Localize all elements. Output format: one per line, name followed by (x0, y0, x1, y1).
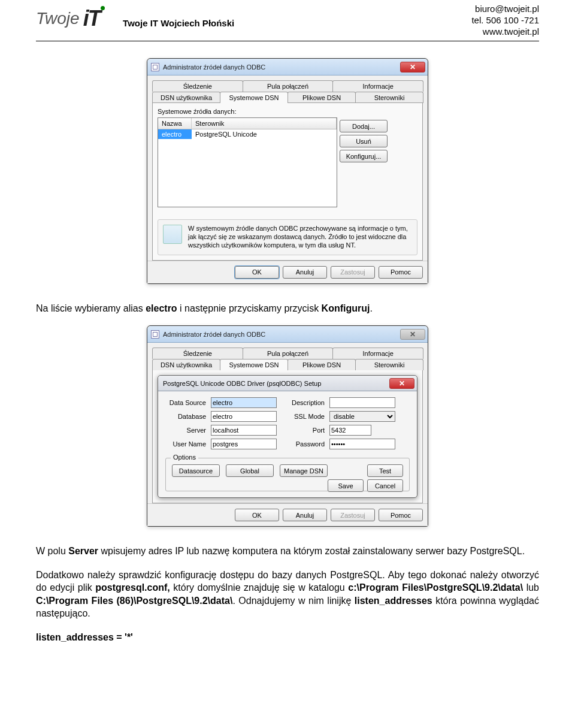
help-button[interactable]: Pomoc (379, 509, 423, 521)
database-field[interactable] (211, 411, 277, 422)
contact-web: www.twojeit.pl (471, 26, 539, 38)
tab-userdsn[interactable]: DSN użytkownika (152, 92, 220, 103)
col-name: Nazwa (158, 118, 192, 129)
titlebar: Administrator źródeł danych ODBC ✕ (147, 326, 428, 343)
window-title: Administrator źródeł danych ODBC (163, 331, 400, 338)
logo-dot-icon (101, 6, 105, 10)
bold-listen-addresses-line: listen_addresses = '*' (36, 632, 133, 642)
list-header: Nazwa Sterownik (158, 118, 337, 129)
contact-tel: tel. 506 100 -721 (471, 15, 539, 26)
bold-path2: C:\Program Files (86)\PostgreSQL\9.2\dat… (36, 596, 232, 606)
logo-word2: iT (83, 6, 100, 31)
tab-pool[interactable]: Pula połączeń (243, 80, 334, 92)
label-description: Description (288, 399, 329, 406)
cancel-button[interactable]: Anuluj (283, 509, 327, 521)
entry-name: electro (158, 129, 192, 139)
label-datasource: Data Source (165, 399, 211, 406)
list-item[interactable]: electro PostgreSQL Unicode (158, 129, 337, 139)
setup-titlebar: PostgreSQL Unicode ODBC Driver (psqlODBC… (158, 376, 417, 391)
add-button[interactable]: Dodaj... (340, 120, 388, 132)
save-button[interactable]: Save (328, 479, 364, 492)
tab-filedsn[interactable]: Plikowe DSN (288, 92, 356, 103)
system-icon (151, 63, 159, 71)
info-text: W systemowym źródle danych ODBC przechow… (188, 225, 412, 249)
dialog-buttons: OK Anuluj Zastosuj Pomoc (147, 261, 428, 283)
label-port: Port (288, 427, 329, 434)
tabstrip: Śledzenie Pula połączeń Informacje DSN u… (147, 343, 428, 503)
tab-info[interactable]: Informacje (332, 348, 423, 359)
label-password: Password (288, 440, 329, 448)
datasource-field[interactable] (211, 397, 277, 408)
paragraph-2: W polu Server wpisujemy adres IP lub naz… (36, 545, 539, 558)
cancel-button[interactable]: Anuluj (283, 266, 327, 279)
global-options-button[interactable]: Global (226, 464, 274, 477)
tab-info[interactable]: Informacje (332, 80, 423, 92)
screenshot-2: Administrator źródeł danych ODBC ✕ Śledz… (36, 325, 539, 527)
odbc-setup-dialog: PostgreSQL Unicode ODBC Driver (psqlODBC… (158, 375, 417, 498)
page-header: Twoje iT Twoje IT Wojciech Płoński biuro… (36, 6, 539, 41)
bold-postgresql-conf: postgresql.conf, (95, 582, 170, 593)
tab-filedsn[interactable]: Plikowe DSN (288, 359, 356, 370)
sslmode-field[interactable]: disable (329, 411, 395, 422)
label-sslmode: SSL Mode (288, 413, 329, 420)
bold-listen-addresses: listen_addresses (355, 596, 432, 606)
paragraph-4: listen_addresses = '*' (36, 631, 539, 644)
tab-systemdsn[interactable]: Systemowe DSN (220, 92, 288, 103)
bold-konfiguruj: Konfiguruj (322, 303, 370, 313)
bold-path1: c:\Program Files\PostgreSQL\9.2\data\ (348, 582, 523, 593)
description-field[interactable] (329, 397, 395, 408)
tab-tracing[interactable]: Śledzenie (152, 80, 243, 92)
col-driver: Sterownik (192, 118, 337, 129)
company-name: Twoje IT Wojciech Płoński (123, 18, 234, 28)
odbc-admin-window: Administrator źródeł danych ODBC ✕ Śledz… (147, 58, 428, 283)
contact-email: biuro@twojeit.pl (471, 4, 539, 15)
entry-driver: PostgreSQL Unicode (192, 129, 337, 139)
contact-block: biuro@twojeit.pl tel. 506 100 -721 www.t… (471, 4, 539, 37)
paragraph-1: Na liście wybieramy alias electro i nast… (36, 302, 539, 315)
ok-button[interactable]: OK (235, 266, 279, 279)
tab-panel: PostgreSQL Unicode ODBC Driver (psqlODBC… (152, 370, 423, 503)
port-field[interactable] (329, 425, 371, 436)
logo-block: Twoje iT Twoje IT Wojciech Płoński (36, 6, 234, 31)
tab-tracing[interactable]: Śledzenie (152, 348, 243, 359)
tab-drivers[interactable]: Sterowniki (355, 92, 423, 103)
bold-electro: electro (146, 303, 177, 313)
configure-button[interactable]: Konfiguruj... (340, 150, 388, 162)
manage-dsn-button[interactable]: Manage DSN (280, 464, 328, 477)
info-box: W systemowym źródle danych ODBC przechow… (158, 219, 417, 255)
titlebar: Administrator źródeł danych ODBC ✕ (147, 59, 428, 75)
odbc-admin-window-2: Administrator źródeł danych ODBC ✕ Śledz… (147, 325, 428, 527)
label-server: Server (165, 427, 211, 434)
server-field[interactable] (211, 425, 277, 436)
close-icon[interactable]: ✕ (400, 329, 425, 340)
username-field[interactable] (211, 439, 277, 449)
bold-server: Server (68, 546, 98, 556)
remove-button[interactable]: Usuń (340, 135, 388, 147)
apply-button[interactable]: Zastosuj (331, 509, 375, 521)
ok-button[interactable]: OK (235, 509, 279, 521)
close-icon[interactable]: ✕ (389, 378, 414, 389)
list-label: Systemowe źródła danych: (158, 108, 417, 115)
tab-drivers[interactable]: Sterowniki (355, 359, 423, 370)
tab-systemdsn[interactable]: Systemowe DSN (220, 359, 288, 370)
label-database: Database (165, 413, 211, 420)
tab-userdsn[interactable]: DSN użytkownika (152, 359, 220, 370)
logo-word1: Twoje (36, 9, 80, 28)
test-button[interactable]: Test (367, 464, 403, 477)
close-icon[interactable]: ✕ (400, 62, 425, 73)
apply-button[interactable]: Zastosuj (331, 266, 375, 279)
options-group: Options Datasource Global Manage DSN Tes… (165, 458, 410, 491)
dialog-buttons: OK Anuluj Zastosuj Pomoc (147, 503, 428, 526)
cancel-setup-button[interactable]: Cancel (367, 479, 403, 492)
options-label: Options (171, 454, 198, 461)
label-username: User Name (165, 440, 211, 448)
dsn-listbox[interactable]: Nazwa Sterownik electro PostgreSQL Unico… (158, 117, 337, 207)
password-field[interactable] (329, 439, 395, 449)
datasource-icon (163, 225, 182, 244)
datasource-options-button[interactable]: Datasource (172, 464, 220, 477)
tab-pool[interactable]: Pula połączeń (243, 348, 334, 359)
help-button[interactable]: Pomoc (379, 266, 423, 279)
tab-panel: Systemowe źródła danych: Nazwa Sterownik… (152, 102, 423, 260)
setup-title: PostgreSQL Unicode ODBC Driver (psqlODBC… (163, 380, 321, 387)
system-icon (151, 330, 159, 339)
